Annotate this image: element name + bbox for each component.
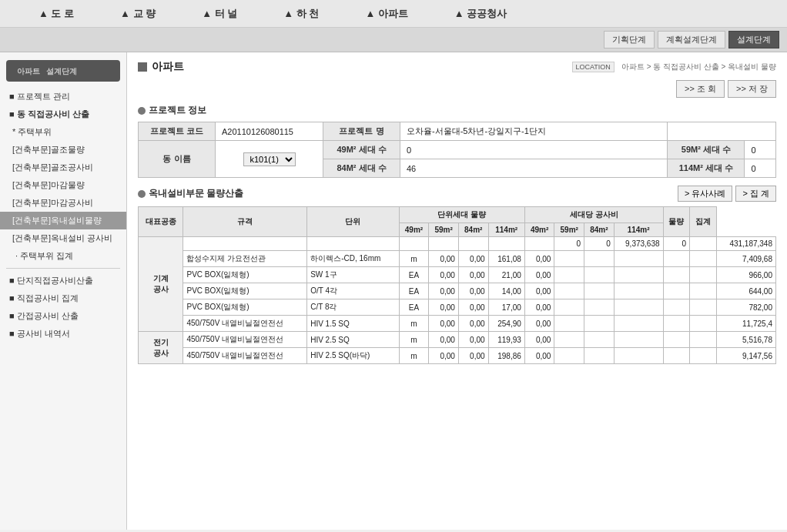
th-q59: 59m² xyxy=(429,223,459,237)
sidebar-item-indoor-cost[interactable]: [건축부문]옥내설비 공사비 xyxy=(0,229,126,247)
item-spec: SW 1구 xyxy=(307,267,400,283)
m59-value: 0 xyxy=(745,141,776,159)
item-c59: 0 xyxy=(584,237,615,251)
sidebar-item-housing[interactable]: * 주택부위 xyxy=(0,123,126,141)
item-total: 7,409,68 xyxy=(716,251,775,267)
th-c114: 114m² xyxy=(614,223,663,237)
item-quantity xyxy=(690,316,717,332)
item-c84 xyxy=(614,332,663,348)
m49-label: 49M² 세대 수 xyxy=(323,141,400,159)
stage-design-plan[interactable]: 계획설계단계 xyxy=(658,31,725,49)
m59-label: 59M² 세대 수 xyxy=(668,141,745,159)
data-section-title: 옥내설비부문 물량산출 xyxy=(149,187,243,200)
sidebar-item-direct-sum[interactable]: ■ 직접공사비 집계 xyxy=(0,289,126,307)
stage-design[interactable]: 설계단계 xyxy=(728,31,779,49)
table-row: PVC BOX(일체형)C/T 8각EA0,000,0017,000,00782… xyxy=(139,299,776,316)
dong-select[interactable]: k101(1) xyxy=(243,152,296,166)
item-c59 xyxy=(584,332,615,348)
sidebar-item-indoor-qty[interactable]: [건축부문]옥내설비물량 xyxy=(0,212,126,229)
item-spec: HIV 2.5 SQ xyxy=(307,332,400,348)
item-unit: EA xyxy=(399,267,429,283)
th-total: 집계 xyxy=(690,207,717,237)
item-unit: m xyxy=(399,316,429,332)
m84-label: 84M² 세대 수 xyxy=(323,159,400,178)
item-name: PVC BOX(일체형) xyxy=(183,299,307,316)
th-c84: 84m² xyxy=(584,223,615,237)
sidebar-title: 아파트 xyxy=(17,67,40,75)
nav-apartment[interactable]: ▲ 아파트 xyxy=(342,1,430,27)
table-row: 합성수지제 가요전선관하이렉스-CD, 16mmm0,000,00161,080… xyxy=(139,251,776,267)
item-c59 xyxy=(584,348,615,364)
item-q114: 0,00 xyxy=(524,299,554,316)
dong-value[interactable]: k101(1) xyxy=(216,141,323,178)
sidebar-item-housing-sum[interactable]: · 주택부위 집계 xyxy=(0,247,126,265)
sidebar-subtitle: 설계단계 xyxy=(46,67,77,75)
item-q84: 17,00 xyxy=(488,299,524,316)
item-c59 xyxy=(584,299,615,316)
item-total: 5,516,78 xyxy=(716,332,775,348)
item-spec: HIV 2.5 SQ(바닥) xyxy=(307,348,400,364)
item-q59: 0,00 xyxy=(458,316,488,332)
item-name: 450/750V 내열비닐절연전선 xyxy=(183,316,307,332)
action-buttons-area: >> 조 회 >> 저 장 xyxy=(138,80,776,98)
sidebar-item-direct-cost[interactable]: ■ 동 직접공사비 산출 xyxy=(0,105,126,123)
th-c59: 59m² xyxy=(554,223,584,237)
sidebar-item-indirect-cost[interactable]: ■ 간접공사비 산출 xyxy=(0,307,126,325)
sidebar-item-frame-qty[interactable]: [건축부문]골조물량 xyxy=(0,141,126,159)
item-c49 xyxy=(554,332,584,348)
nav-road[interactable]: ▲ 도 로 xyxy=(15,1,97,27)
item-c59 xyxy=(584,316,615,332)
item-q49: 0,00 xyxy=(429,283,459,299)
project-name-value: 오차율-서울대-5차년-강일지구-1단지 xyxy=(400,122,668,141)
dong-label: 동 이름 xyxy=(139,141,216,178)
item-total: 11,725,4 xyxy=(716,316,775,332)
item-q49: 0,00 xyxy=(429,251,459,267)
table-row: 450/750V 내열비닐절연전선HIV 1.5 SQm0,000,00254,… xyxy=(139,316,776,332)
item-unit xyxy=(399,237,429,251)
data-section-dot xyxy=(138,190,146,198)
item-q59: 0,00 xyxy=(458,299,488,316)
item-c114 xyxy=(663,267,690,283)
item-c49 xyxy=(554,348,584,364)
sidebar-item-ledger[interactable]: ■ 공사비 내역서 xyxy=(0,325,126,343)
item-total: 966,00 xyxy=(716,267,775,283)
sidebar-item-finish-cost[interactable]: [건축부문]마감공사비 xyxy=(0,194,126,212)
nav-river[interactable]: ▲ 하 천 xyxy=(260,1,342,27)
save-button[interactable]: >> 저 장 xyxy=(728,80,776,98)
nav-public[interactable]: ▲ 공공청사 xyxy=(431,1,530,27)
nav-bridge[interactable]: ▲ 교 량 xyxy=(97,1,179,27)
similar-case-button[interactable]: > 유사사례 xyxy=(678,186,732,202)
stage-plan[interactable]: 기획단계 xyxy=(604,31,655,49)
item-q114: 0,00 xyxy=(524,316,554,332)
item-total: 9,147,56 xyxy=(716,348,775,364)
sidebar-item-complex-cost[interactable]: ■ 단지직접공사비산출 xyxy=(0,272,126,289)
item-c49 xyxy=(554,251,584,267)
th-q84: 84m² xyxy=(458,223,488,237)
item-q49: 0,00 xyxy=(429,299,459,316)
th-spec: 규격 xyxy=(183,207,307,237)
location-label: LOCATION xyxy=(572,62,615,72)
item-quantity xyxy=(690,267,717,283)
item-c84: 9,373,638 xyxy=(614,237,663,251)
item-q114: 0,00 xyxy=(524,251,554,267)
item-q84: 21,00 xyxy=(488,267,524,283)
item-quantity xyxy=(690,251,717,267)
item-quantity xyxy=(690,332,717,348)
sum-button[interactable]: > 집 계 xyxy=(735,186,776,202)
view-button[interactable]: >> 조 회 xyxy=(676,80,725,98)
item-name: PVC BOX(일체형) xyxy=(183,283,307,299)
item-total: 431,187,348 xyxy=(716,237,775,251)
sidebar-item-finish-qty[interactable]: [건축부문]마감물량 xyxy=(0,176,126,194)
sidebar-header: 아파트 설계단계 xyxy=(6,60,120,82)
sidebar-item-project[interactable]: ■ 프로젝트 관리 xyxy=(0,88,126,105)
table-row: PVC BOX(일체형)O/T 4각EA0,000,0014,000,00644… xyxy=(139,283,776,299)
page-title: 아파트 xyxy=(152,60,184,74)
item-c114 xyxy=(663,283,690,299)
item-q49: 0,00 xyxy=(429,332,459,348)
breadcrumb: 아파트 > 동 직접공사비 산출 > 옥내설비 물량 xyxy=(621,62,776,72)
item-quantity xyxy=(690,299,717,316)
sidebar-item-frame-cost[interactable]: [건축부문]골조공사비 xyxy=(0,159,126,176)
table-row: 기계 공사009,373,6380431,187,348 xyxy=(139,237,776,251)
item-q84: 119,93 xyxy=(488,332,524,348)
nav-tunnel[interactable]: ▲ 터 널 xyxy=(179,1,260,27)
